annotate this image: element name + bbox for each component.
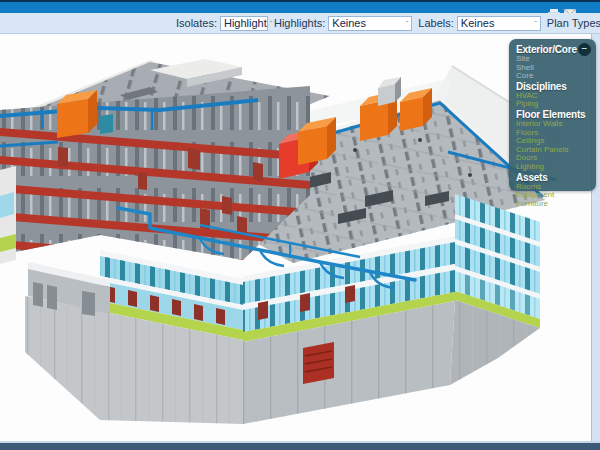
- left-curtain-wall: [25, 250, 243, 424]
- highlights-control: Highlights: Keinesˇ: [274, 16, 412, 31]
- left-shell-edge: [0, 166, 16, 264]
- category-panel: − Exterior/Core Site Shell Core Discipli…: [509, 39, 596, 191]
- bim-viewer-window: Isolates: Highlightˇ Highlights: Keinesˇ…: [0, 0, 600, 450]
- highlights-label: Highlights:: [274, 17, 325, 29]
- mail-icon[interactable]: [564, 4, 576, 13]
- labels-label: Labels:: [418, 17, 453, 29]
- isolates-value: Highlight: [224, 17, 267, 29]
- panel-item-core[interactable]: Core: [516, 72, 589, 81]
- collapse-panel-button[interactable]: −: [578, 43, 591, 56]
- panel-item-furniture[interactable]: Furniture: [516, 200, 589, 209]
- panel-item-lighting[interactable]: Lighting: [516, 163, 589, 172]
- chevron-down-icon: ˇ: [406, 19, 409, 28]
- view-toolbar: Isolates: Highlightˇ Highlights: Keinesˇ…: [0, 13, 600, 34]
- model-viewport[interactable]: [0, 34, 591, 441]
- isolates-dropdown[interactable]: Highlightˇ: [220, 16, 268, 31]
- labels-dropdown[interactable]: Keinesˇ: [457, 16, 541, 31]
- east-curtain-wall: [450, 194, 540, 385]
- labels-control: Labels: Keinesˇ: [418, 16, 540, 31]
- isolates-control: Isolates: Highlightˇ: [176, 16, 268, 31]
- highlights-dropdown[interactable]: Keinesˇ: [328, 16, 412, 31]
- chevron-down-icon: ˇ: [534, 19, 537, 28]
- chevron-down-icon: ˇ: [270, 19, 273, 28]
- isolates-label: Isolates:: [176, 17, 217, 29]
- panel-item-piping[interactable]: Piping: [516, 100, 589, 109]
- plan-types-control: Plan Types: Keinesˇ: [547, 16, 600, 31]
- titlebar-actions: [548, 4, 576, 13]
- labels-value: Keines: [461, 17, 495, 29]
- bottom-bar: [0, 441, 600, 450]
- highlights-value: Keines: [332, 17, 366, 29]
- building-model-3d: [0, 34, 591, 441]
- plan-types-label: Plan Types:: [547, 17, 600, 29]
- title-bar: [0, 0, 600, 13]
- print-icon[interactable]: [548, 4, 560, 13]
